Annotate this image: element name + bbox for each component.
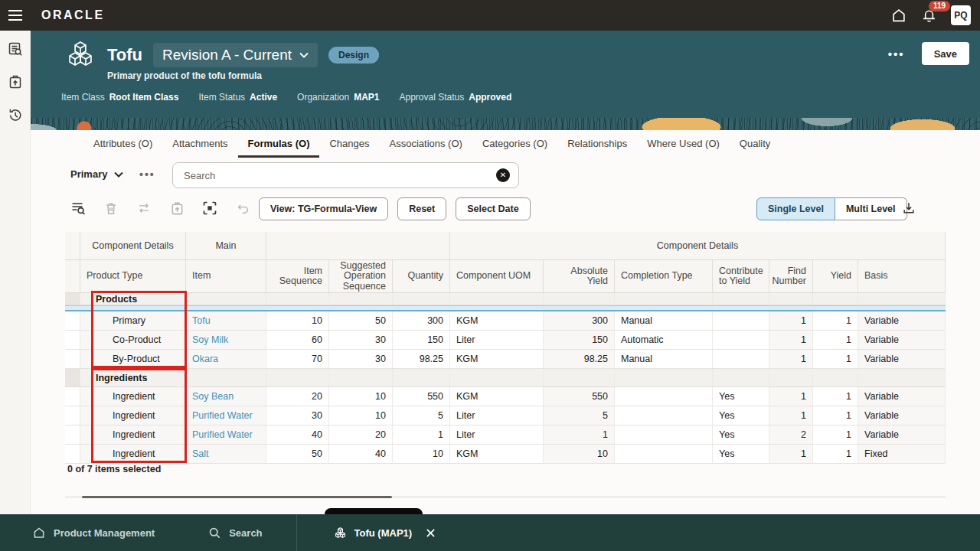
column-header-find-number[interactable]: Find Number xyxy=(769,260,813,293)
item-link[interactable]: Soy Bean xyxy=(186,387,266,406)
cell-product-type[interactable]: Ingredient xyxy=(80,406,186,425)
delete-icon[interactable] xyxy=(103,201,119,216)
cell-contribute-to-yield[interactable]: Yes xyxy=(713,387,769,406)
cell-contribute-to-yield[interactable]: Yes xyxy=(713,425,769,445)
single-level-button[interactable]: Single Level xyxy=(756,197,835,220)
cell-quantity[interactable]: 1 xyxy=(393,425,450,445)
column-header-component-uom[interactable]: Component UOM xyxy=(450,260,544,293)
cell-quantity[interactable]: 300 xyxy=(393,311,450,331)
cell-find-number[interactable]: 1 xyxy=(769,331,813,350)
download-icon[interactable] xyxy=(902,201,916,218)
search-input[interactable] xyxy=(172,162,519,188)
cell-suggested-operation-sequence[interactable]: 10 xyxy=(329,387,393,406)
undo-icon[interactable] xyxy=(235,201,250,216)
tab-attributes[interactable]: Attributes (O) xyxy=(83,136,162,158)
history-icon[interactable] xyxy=(6,106,24,124)
tab-formulas[interactable]: Formulas (O) xyxy=(238,136,320,158)
cell-suggested-operation-sequence[interactable]: 10 xyxy=(329,406,393,425)
item-link[interactable]: Salt xyxy=(186,445,266,464)
cell-find-number[interactable]: 1 xyxy=(769,350,813,369)
hamburger-menu-icon[interactable] xyxy=(0,0,31,31)
cell-item-sequence[interactable]: 70 xyxy=(266,350,329,369)
notifications-bell-icon[interactable]: 119 xyxy=(921,7,937,24)
cell-basis[interactable]: Variable xyxy=(858,425,946,445)
user-avatar[interactable]: PQ xyxy=(951,5,971,25)
cell-yield[interactable]: 1 xyxy=(813,350,858,369)
item-link[interactable]: Purified Water xyxy=(186,425,266,445)
horizontal-scrollbar-thumb[interactable] xyxy=(82,496,392,498)
column-header-contribute-to-yield[interactable]: Contribute to Yield xyxy=(713,260,769,293)
multi-level-button[interactable]: Multi Level xyxy=(835,197,907,220)
cell-item-sequence[interactable]: 10 xyxy=(266,311,329,331)
bottombar-item-search[interactable]: Search xyxy=(208,527,262,540)
cell-yield[interactable]: 1 xyxy=(813,331,858,350)
cell-product-type[interactable]: By-Product xyxy=(80,350,186,369)
cell-product-type[interactable]: Co-Product xyxy=(80,331,186,350)
reset-button[interactable]: Reset xyxy=(397,197,446,220)
cell-suggested-operation-sequence[interactable]: 30 xyxy=(329,331,393,350)
save-button[interactable]: Save xyxy=(922,42,969,65)
tab-where-used[interactable]: Where Used (O) xyxy=(637,136,730,158)
cell-contribute-to-yield[interactable]: Yes xyxy=(713,406,769,425)
copy-to-clipboard-icon[interactable] xyxy=(169,201,185,216)
cell-quantity[interactable]: 150 xyxy=(393,331,450,350)
cell-contribute-to-yield[interactable]: Yes xyxy=(713,445,769,464)
tab-relationships[interactable]: Relationships xyxy=(557,136,637,158)
tab-attachments[interactable]: Attachments xyxy=(162,136,237,158)
cell-product-type[interactable]: Primary xyxy=(80,311,186,331)
view-button[interactable]: View: TG-Formula-View xyxy=(259,197,388,220)
column-header-yield[interactable]: Yield xyxy=(813,260,858,293)
cell-quantity[interactable]: 5 xyxy=(393,406,450,425)
cell-component-uom[interactable]: KGM xyxy=(450,387,544,406)
cell-absolute-yield[interactable]: 1 xyxy=(544,425,615,445)
select-date-button[interactable]: Select Date xyxy=(456,197,530,220)
cell-yield[interactable]: 1 xyxy=(813,406,858,425)
cell-absolute-yield[interactable]: 5 xyxy=(544,406,615,425)
cell-basis[interactable]: Variable xyxy=(858,387,946,406)
bottombar-item-product-management[interactable]: Product Management xyxy=(32,526,155,540)
cell-suggested-operation-sequence[interactable]: 40 xyxy=(329,445,393,464)
cell-item-sequence[interactable]: 40 xyxy=(266,425,329,445)
cell-item-sequence[interactable]: 30 xyxy=(266,406,329,425)
cell-yield[interactable]: 1 xyxy=(813,387,858,406)
cell-yield[interactable]: 1 xyxy=(813,311,858,331)
cell-component-uom[interactable]: Liter xyxy=(450,425,544,445)
cell-find-number[interactable]: 1 xyxy=(769,445,813,464)
cell-product-type[interactable]: Ingredient xyxy=(80,425,186,445)
header-overflow-menu-icon[interactable]: ••• xyxy=(888,47,905,60)
cell-quantity[interactable]: 98.25 xyxy=(393,350,450,369)
bottombar-tab-tofu[interactable]: Tofu (MAP1) xyxy=(331,514,439,551)
cell-absolute-yield[interactable]: 150 xyxy=(544,331,615,350)
tab-associations[interactable]: Associations (O) xyxy=(380,136,472,158)
cell-component-uom[interactable]: KGM xyxy=(450,445,544,464)
cell-component-uom[interactable]: KGM xyxy=(450,311,544,331)
cell-item-sequence[interactable]: 20 xyxy=(266,387,329,406)
tab-changes[interactable]: Changes xyxy=(319,136,379,158)
cell-completion-type[interactable]: Manual xyxy=(615,350,713,369)
item-link[interactable]: Soy Milk xyxy=(186,331,266,350)
cell-product-type[interactable]: Ingredients xyxy=(80,369,186,387)
cell-absolute-yield[interactable]: 98.25 xyxy=(544,350,615,369)
cell-absolute-yield[interactable]: 300 xyxy=(544,311,615,331)
item-link[interactable]: Okara xyxy=(186,350,266,369)
item-link[interactable]: Purified Water xyxy=(186,406,266,425)
formula-type-dropdown[interactable]: Primary xyxy=(70,168,123,180)
cell-component-uom[interactable]: Liter xyxy=(450,331,544,350)
column-header-suggested-operation-sequence[interactable]: Suggested Operation Sequence xyxy=(329,260,393,293)
column-header-absolute-yield[interactable]: Absolute Yield xyxy=(544,260,615,293)
cell-suggested-operation-sequence[interactable]: 30 xyxy=(329,350,393,369)
cell-absolute-yield[interactable]: 10 xyxy=(544,445,615,464)
home-icon[interactable] xyxy=(890,7,907,24)
tab-quality[interactable]: Quality xyxy=(730,136,780,158)
close-tab-icon[interactable] xyxy=(426,528,436,538)
cell-basis[interactable]: Variable xyxy=(858,350,946,369)
cell-yield[interactable]: 1 xyxy=(813,425,858,445)
cell-find-number[interactable]: 1 xyxy=(769,406,813,425)
cell-product-type[interactable]: Ingredient xyxy=(80,445,186,464)
clipboard-upload-icon[interactable] xyxy=(6,73,24,91)
column-header-completion-type[interactable]: Completion Type xyxy=(615,260,713,293)
cell-suggested-operation-sequence[interactable]: 50 xyxy=(329,311,393,331)
cell-basis[interactable]: Fixed xyxy=(858,445,946,464)
cell-product-type[interactable]: Products xyxy=(80,293,186,305)
cell-suggested-operation-sequence[interactable]: 20 xyxy=(329,425,393,445)
